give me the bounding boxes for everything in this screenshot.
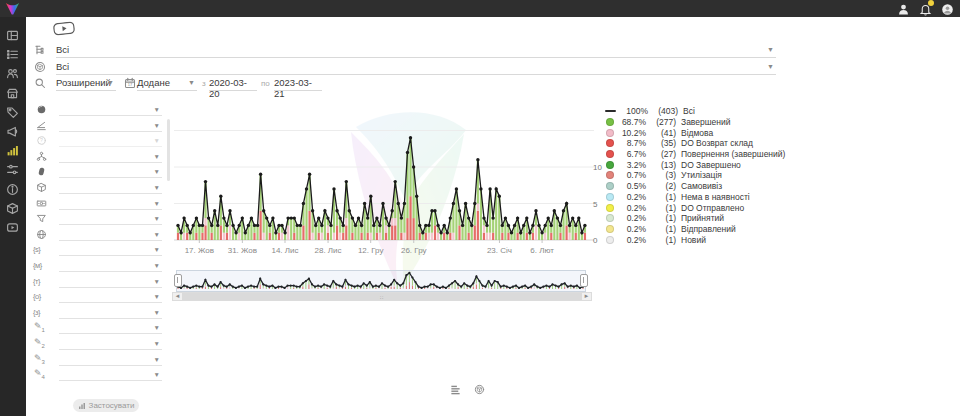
legend-entry[interactable]: 0.2%(1)Новий [606, 234, 785, 245]
scroll-right-arrow[interactable]: ► [582, 293, 591, 300]
chevron-down-icon: ▼ [154, 246, 160, 253]
legend-entry[interactable]: 0.2%(1)Відправлений [606, 224, 785, 235]
legend-entry[interactable]: 68.7%(277)Завершений [606, 117, 785, 128]
nav-analytics-icon[interactable] [6, 143, 20, 157]
filter-select: ▼ [59, 134, 162, 147]
chart-legend: 100%(403)Всі68.7%(277)Завершений10.2%(41… [606, 106, 785, 245]
nav-video-icon[interactable] [6, 220, 20, 234]
scroll-left-arrow[interactable]: ◄ [173, 293, 182, 300]
filter-select[interactable]: ▼ [59, 368, 162, 381]
filter-select[interactable]: ▼ [59, 228, 162, 241]
filter-select[interactable]: ▼ [59, 353, 162, 366]
nav-customers-icon[interactable] [6, 66, 20, 80]
date-to-label: по [261, 79, 270, 88]
search-mode-select[interactable]: Розширений ▼ [56, 77, 116, 91]
legend-swatch [606, 182, 614, 190]
category-select[interactable]: Всі ▼ [56, 44, 776, 58]
legend-entry[interactable]: 0.2%(1)Нема в наявності [606, 192, 785, 203]
legend-entry[interactable]: 100%(403)Всі [606, 106, 785, 117]
filter-select[interactable]: ▼ [59, 243, 162, 256]
apply-button[interactable]: Застосувати [73, 399, 139, 412]
filter-row-pencil2: ✎2▼ [30, 337, 166, 352]
globe-icon [36, 229, 47, 240]
filter-select[interactable]: ▼ [59, 337, 162, 350]
content-area: Всі ▼ Всі ▼ Розширений ▼ 17 Додане ▼ з [26, 17, 960, 416]
filter-row-{s}: {s}▼ [30, 243, 166, 258]
brace-field-icon: {т} [33, 277, 40, 286]
video-help-icon[interactable] [52, 21, 75, 36]
notifications-bell-icon[interactable] [919, 2, 932, 15]
nav-dashboard-icon[interactable] [6, 28, 20, 42]
date-from-input[interactable]: 2020-03-20 [209, 77, 257, 91]
filter-select[interactable]: ▼ [59, 165, 162, 178]
x-tick-label: 23. Січ [487, 246, 512, 255]
legend-entry[interactable]: 10.2%(41)Відмова [606, 127, 785, 138]
brace-field-icon: {о} [33, 292, 41, 301]
chevron-down-icon: ▼ [154, 356, 160, 363]
filter-select[interactable]: ▼ [59, 181, 162, 194]
legend-swatch [606, 129, 614, 137]
product-select[interactable]: Всі ▼ [56, 61, 776, 75]
navigator-left-handle[interactable] [174, 274, 182, 287]
filter-select[interactable]: ▼ [59, 197, 162, 210]
scrollbar-thumb[interactable]: ∷ [182, 293, 582, 300]
filter-row-banknote: ▼ [30, 197, 166, 212]
nav-orders-icon[interactable] [6, 47, 20, 61]
filter-select[interactable]: ▼ [59, 290, 162, 303]
filter-select[interactable]: ▼ [59, 275, 162, 288]
nav-info-icon[interactable] [6, 182, 20, 196]
user-icon[interactable] [897, 2, 910, 15]
chevron-down-icon: ▼ [188, 79, 195, 86]
avatar[interactable] [941, 2, 954, 15]
x-tick-label: 6. Лют [530, 246, 554, 255]
app-logo-icon[interactable] [5, 1, 20, 16]
filter-select[interactable]: ▼ [59, 150, 162, 163]
filter-row-badge: ▼ [30, 165, 166, 180]
chart-scrollbar[interactable]: ◄ ► ∷ [172, 292, 592, 301]
nav-sliders-icon[interactable] [6, 162, 20, 176]
search-icon [34, 77, 46, 89]
custom-field-icon: ✎1 [34, 321, 45, 333]
orders-chart[interactable] [170, 97, 620, 249]
navigator-right-handle[interactable] [580, 274, 588, 287]
brace-field-icon: {з} [33, 308, 40, 317]
nav-store-icon[interactable] [6, 86, 20, 100]
notification-badge [928, 0, 934, 6]
filter-select[interactable]: ▼ [59, 306, 162, 319]
nav-box-icon[interactable] [6, 201, 20, 215]
filter-row-trend: ▼ [30, 119, 166, 134]
legend-entry[interactable]: 3.2%(13)DO Завершено [606, 159, 785, 170]
chevron-down-icon: ▼ [154, 122, 160, 129]
list-view-icon[interactable] [450, 381, 461, 392]
nav-tag-icon[interactable] [6, 105, 20, 119]
x-tick-label: 26. Гру [401, 246, 427, 255]
help-icon: ? [36, 135, 47, 146]
package-view-icon[interactable] [474, 381, 485, 392]
legend-swatch [606, 214, 614, 222]
filter-select[interactable]: ▼ [59, 119, 162, 132]
legend-entry[interactable]: 0.2%(1)Прийнятий [606, 213, 785, 224]
legend-entry[interactable]: 8.7%(35)DO Возврат склад [606, 138, 785, 149]
filter-select[interactable]: ▼ [59, 321, 162, 334]
badge-icon [36, 166, 47, 177]
legend-entry[interactable]: 6.7%(27)Повернення (завершений) [606, 149, 785, 160]
legend-entry[interactable]: 0.2%(1)DO Отправлено [606, 202, 785, 213]
legend-entry[interactable]: 0.7%(3)Утилізація [606, 170, 785, 181]
legend-swatch [606, 118, 614, 126]
navigator-selection[interactable] [176, 270, 586, 292]
legend-entry[interactable]: 0.5%(2)Самовивіз [606, 181, 785, 192]
filter-select[interactable]: ▼ [59, 259, 162, 272]
chevron-down-icon: ▼ [107, 79, 114, 86]
date-field-select[interactable]: Додане ▼ [137, 77, 197, 91]
nav-megaphone-icon[interactable] [6, 124, 20, 138]
chevron-down-icon: ▼ [154, 309, 160, 316]
hierarchy-icon [36, 151, 47, 162]
funnel-icon [36, 213, 47, 224]
date-to-input[interactable]: 2023-03-21 [274, 77, 322, 91]
legend-swatch [606, 193, 614, 201]
filter-select[interactable]: ▼ [59, 103, 162, 116]
filter-select[interactable]: ▼ [59, 212, 162, 225]
chevron-down-icon: ▼ [154, 262, 160, 269]
calendar-icon: 17 [124, 77, 136, 89]
custom-field-icon: ✎3 [34, 353, 45, 365]
